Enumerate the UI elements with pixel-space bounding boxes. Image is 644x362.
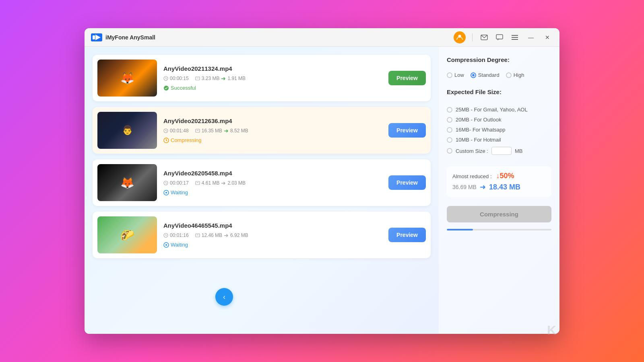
titlebar-controls: — ✕: [454, 31, 553, 43]
video-list: 🦊 AnyVideo20211324.mp4 00:00:15 3.23 MB …: [85, 47, 439, 334]
svg-marker-1: [95, 35, 101, 40]
back-button[interactable]: ‹: [215, 288, 233, 306]
arrow-icon: ➜: [480, 183, 486, 191]
video-meta-1: 00:00:15 3.23 MB ➜ 1.91 MB: [163, 75, 382, 82]
size-option-25mb[interactable]: 25MB - For Gmail, Yahoo, AOL: [447, 107, 551, 113]
video-name-3: AnyVideo26205458.mp4: [163, 170, 382, 177]
compressed-total: 18.43 MB: [489, 183, 520, 191]
app-logo: iMyFone AnySmall: [91, 33, 454, 41]
menu-button[interactable]: [510, 33, 520, 42]
svg-rect-9: [196, 77, 200, 80]
preview-btn-2[interactable]: Preview: [388, 123, 426, 138]
titlebar: iMyFone AnySmall: [85, 28, 559, 47]
video-meta-3: 00:00:17 4.61 MB ➜ 2.03 MB: [163, 180, 382, 186]
compression-options: Low Standard High: [447, 72, 551, 78]
reduction-label: Almost reduced : ↓50%: [452, 172, 546, 180]
option-standard[interactable]: Standard: [471, 72, 500, 78]
compression-degree-label: Compression Degree:: [447, 56, 551, 63]
radio-20mb[interactable]: [447, 117, 452, 123]
svg-point-20: [165, 192, 167, 193]
size-option-20mb[interactable]: 20MB - For Outlook: [447, 117, 551, 123]
video-name-4: AnyVideo46465545.mp4: [163, 222, 382, 229]
video-name-1: AnyVideo20211324.mp4: [163, 65, 382, 72]
svg-rect-17: [196, 181, 200, 185]
size-1: 3.23 MB ➜ 1.91 MB: [195, 75, 246, 82]
app-window: iMyFone AnySmall: [85, 28, 559, 334]
option-low[interactable]: Low: [447, 72, 464, 78]
video-info-2: AnyVideo20212636.mp4 00:01:48 16.35 MB ➜…: [157, 117, 388, 143]
video-name-2: AnyVideo20212636.mp4: [163, 117, 382, 124]
svg-rect-0: [93, 35, 95, 39]
radio-standard[interactable]: [471, 72, 476, 78]
video-info-3: AnyVideo26205458.mp4 00:00:17 4.61 MB ➜ …: [157, 170, 388, 195]
reduction-percent: ↓50%: [496, 172, 514, 180]
preview-btn-1[interactable]: Preview: [388, 71, 426, 85]
video-card-2: 👨 AnyVideo20212636.mp4 00:01:48 16.35 MB…: [93, 107, 431, 154]
radio-16mb[interactable]: [447, 127, 452, 133]
progress-bar: [447, 229, 551, 230]
radio-custom[interactable]: [447, 148, 452, 154]
radio-10mb[interactable]: [447, 137, 452, 143]
video-card-1: 🦊 AnyVideo20211324.mp4 00:00:15 3.23 MB …: [93, 55, 431, 101]
preview-btn-4[interactable]: Preview: [388, 228, 426, 242]
logo-icon: [91, 33, 102, 41]
app-title: iMyFone AnySmall: [105, 34, 155, 41]
watermark: K: [547, 323, 555, 338]
size-2: 16.35 MB ➜ 8.52 MB: [195, 128, 248, 134]
svg-rect-22: [196, 234, 200, 237]
duration-4: 00:01:16: [163, 232, 189, 238]
radio-25mb[interactable]: [447, 107, 452, 113]
status-3: Waiting: [163, 189, 382, 195]
mail-button[interactable]: [479, 33, 489, 42]
size-option-custom[interactable]: Custom Size : MB: [447, 147, 551, 155]
video-info-1: AnyVideo20211324.mp4 00:00:15 3.23 MB ➜ …: [157, 65, 388, 91]
video-thumbnail-3: 🦊: [97, 164, 157, 201]
svg-rect-4: [496, 35, 503, 39]
progress-fill: [447, 229, 473, 230]
minimize-button[interactable]: —: [525, 33, 537, 42]
close-button[interactable]: ✕: [542, 33, 553, 42]
duration-3: 00:00:17: [163, 180, 189, 186]
video-card-3: 🦊 AnyVideo26205458.mp4 00:00:17 4.61 MB …: [93, 159, 431, 206]
custom-size-input[interactable]: [491, 147, 512, 155]
chat-button[interactable]: [494, 33, 505, 42]
video-thumbnail-1: 🦊: [97, 60, 157, 97]
video-info-4: AnyVideo46465545.mp4 00:01:16 12.46 MB ➜…: [157, 222, 388, 248]
video-thumbnail-4: 🌮: [97, 216, 157, 253]
status-1: Successful: [163, 85, 382, 91]
reduction-section: Almost reduced : ↓50% 36.69 MB ➜ 18.43 M…: [447, 166, 551, 197]
status-2: Compressing: [163, 137, 382, 143]
size-3: 4.61 MB ➜ 2.03 MB: [195, 180, 246, 186]
compress-button: Compressing: [447, 206, 551, 222]
file-size-options: 25MB - For Gmail, Yahoo, AOL 20MB - For …: [447, 107, 551, 159]
video-thumbnail-2: 👨: [97, 112, 157, 149]
duration-2: 00:01:48: [163, 128, 189, 134]
video-card-4: 🌮 AnyVideo46465545.mp4 00:01:16 12.46 MB…: [93, 212, 431, 258]
svg-rect-13: [196, 129, 200, 132]
svg-point-25: [165, 244, 167, 246]
duration-1: 00:00:15: [163, 76, 189, 81]
video-meta-4: 00:01:16 12.46 MB ➜ 6.92 MB: [163, 232, 382, 239]
option-high[interactable]: High: [506, 72, 524, 78]
content-area: 🦊 AnyVideo20211324.mp4 00:00:15 3.23 MB …: [85, 47, 559, 334]
radio-low[interactable]: [447, 72, 452, 78]
size-4: 12.46 MB ➜ 6.92 MB: [195, 232, 248, 239]
size-comparison: 36.69 MB ➜ 18.43 MB: [452, 183, 546, 191]
divider: [472, 33, 473, 41]
video-meta-2: 00:01:48 16.35 MB ➜ 8.52 MB: [163, 128, 382, 134]
size-option-10mb[interactable]: 10MB - For Hotmail: [447, 137, 551, 143]
original-total: 36.69 MB: [452, 184, 477, 190]
status-4: Waiting: [163, 242, 382, 248]
preview-btn-3[interactable]: Preview: [388, 175, 426, 190]
radio-high[interactable]: [506, 72, 512, 78]
settings-panel: Compression Degree: Low Standard High Ex…: [439, 47, 559, 334]
user-avatar[interactable]: [454, 31, 466, 43]
expected-file-size-label: Expected File Size:: [447, 88, 551, 95]
size-option-16mb[interactable]: 16MB- For Whatsapp: [447, 127, 551, 133]
